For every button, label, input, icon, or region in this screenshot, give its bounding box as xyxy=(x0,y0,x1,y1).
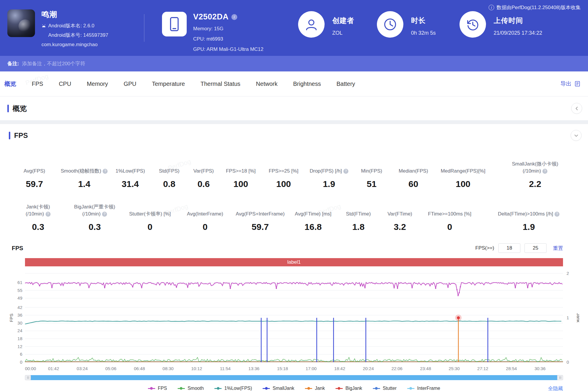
fps-threshold-high-input[interactable] xyxy=(524,243,547,253)
export-button[interactable]: 导出 xyxy=(560,80,581,88)
svg-text:15:18: 15:18 xyxy=(277,366,288,371)
tab-cpu[interactable]: CPU xyxy=(59,81,71,87)
scrollbar-right-handle[interactable] xyxy=(557,375,563,380)
stat-cell: Stutter(卡顿率) [%]0 xyxy=(122,203,178,232)
stat-value: 0.3 xyxy=(88,222,101,232)
stat-label: (/10min) ? xyxy=(26,210,50,218)
tab-memory[interactable]: Memory xyxy=(87,81,108,87)
android-icon xyxy=(41,24,46,28)
tab-fps[interactable]: FPS xyxy=(32,81,43,87)
stat-label: Stutter(卡顿率) [%] xyxy=(129,210,171,218)
svg-text:0: 0 xyxy=(20,360,22,365)
tab-bar: 概览FPSCPUMemoryGPUTemperatureThermal Stat… xyxy=(0,71,588,96)
legend-item-interframe[interactable]: InterFrame xyxy=(407,386,440,391)
svg-text:0: 0 xyxy=(567,360,569,365)
fps-chart-controls: FPS FPS(>=) 重置 xyxy=(9,243,579,253)
stat-cell: Drop(FPS) [/h] ?1.9 xyxy=(306,161,352,189)
help-icon[interactable]: ? xyxy=(46,212,51,217)
section-accent-bar xyxy=(7,105,9,112)
stat-cell: FPS>=18 [%]100 xyxy=(221,161,261,189)
note-input[interactable]: 备注: 添加备注，不超过200个字符 xyxy=(0,56,588,71)
legend-item-fps[interactable]: FPS xyxy=(148,386,167,391)
svg-text:03:24: 03:24 xyxy=(77,366,88,371)
android-version: Android版本名: 2.6.0 xyxy=(48,22,94,29)
fps-threshold-label: FPS(>=) xyxy=(475,245,494,251)
legend-item-smooth[interactable]: Smooth xyxy=(178,386,204,391)
stat-value: 1.9 xyxy=(323,179,335,189)
fps-collapse-button[interactable] xyxy=(571,130,582,141)
legend-item-smalljank[interactable]: SmallJank xyxy=(263,386,294,391)
stat-cell: Smooth(稳帧指数) ?1.4 xyxy=(60,161,108,189)
chart-legend-items: FPSSmooth1%Low(FPS)SmallJankJankBigJankS… xyxy=(148,386,440,391)
svg-text:06:48: 06:48 xyxy=(134,366,145,371)
scrollbar-left-handle[interactable] xyxy=(25,375,31,380)
help-icon[interactable]: ? xyxy=(343,169,348,174)
reset-link[interactable]: 重置 xyxy=(553,245,563,252)
tab-gpu[interactable]: GPU xyxy=(123,81,136,87)
header-divider xyxy=(144,14,144,42)
stat-value: 31.4 xyxy=(122,179,139,189)
legend-swatch xyxy=(178,388,185,389)
help-icon[interactable]: ? xyxy=(554,212,559,217)
svg-text:18: 18 xyxy=(17,336,22,341)
svg-text:00:00: 00:00 xyxy=(25,366,36,371)
legend-item-jank[interactable]: Jank xyxy=(305,386,325,391)
legend-label: BigJank xyxy=(345,386,362,391)
svg-text:FPS: FPS xyxy=(9,313,14,322)
stat-value: 51 xyxy=(367,179,376,189)
overview-collapse-button[interactable] xyxy=(571,103,582,114)
legend-item-stutter[interactable]: Stutter xyxy=(373,386,397,391)
svg-text:36: 36 xyxy=(17,313,22,318)
stat-label: 1%Low(FPS) xyxy=(116,168,145,175)
fps-chart-svg[interactable]: 0612182430364249556101200:0001:4203:2405… xyxy=(9,270,579,373)
stat-value: 3.2 xyxy=(394,222,406,232)
svg-text:1: 1 xyxy=(567,315,569,320)
overview-title: 概览 xyxy=(13,104,27,113)
fps-section-header: FPS xyxy=(9,131,579,141)
data-source-text: 数据由PerfDog(11.2.250408)版本收集 xyxy=(497,4,581,11)
stat-value: 1.8 xyxy=(352,222,365,232)
tab-thermal-status[interactable]: Thermal Status xyxy=(201,81,240,87)
tab-概览[interactable]: 概览 xyxy=(4,80,16,88)
device-memory: Memory: 15G xyxy=(193,26,263,32)
chart-scrollbar[interactable] xyxy=(25,375,563,380)
svg-text:12: 12 xyxy=(17,344,22,349)
svg-text:55: 55 xyxy=(17,288,22,293)
help-icon[interactable]: ? xyxy=(102,212,107,217)
device-info-icon[interactable]: i xyxy=(231,14,237,20)
help-icon[interactable]: ? xyxy=(542,169,547,174)
svg-text:2: 2 xyxy=(567,271,569,276)
legend-item-1-low-fps-[interactable]: 1%Low(FPS) xyxy=(214,386,252,391)
help-icon[interactable]: ? xyxy=(103,169,108,174)
svg-text:24: 24 xyxy=(17,328,22,333)
svg-text:61: 61 xyxy=(17,280,22,285)
legend-item-bigjank[interactable]: BigJank xyxy=(335,386,362,391)
svg-text:23:48: 23:48 xyxy=(420,366,431,371)
stat-value: 0 xyxy=(447,222,452,232)
fps-threshold-low-input[interactable] xyxy=(498,243,520,253)
duration-info: 时长 0h 32m 5s xyxy=(377,11,436,38)
hide-all-link[interactable]: 全隐藏 xyxy=(548,385,563,391)
note-label: 备注: xyxy=(7,60,19,67)
svg-text:05:06: 05:06 xyxy=(105,366,116,371)
tab-network[interactable]: Network xyxy=(256,81,278,87)
svg-text:01:42: 01:42 xyxy=(48,366,59,371)
stat-label: Delta(FTime)>100ms [/h] ? xyxy=(498,210,560,218)
scrollbar-track[interactable] xyxy=(31,375,557,380)
stat-value: 100 xyxy=(233,179,248,189)
stat-label: SmallJank(微小卡顿) xyxy=(512,161,558,168)
chevron-down-icon xyxy=(574,133,579,138)
legend-label: Stutter xyxy=(383,386,397,391)
clock-icon xyxy=(377,11,403,38)
stat-value: 100 xyxy=(276,179,291,189)
svg-text:08:30: 08:30 xyxy=(163,366,174,371)
tab-brightness[interactable]: Brightness xyxy=(293,81,321,87)
legend-swatch xyxy=(407,388,415,389)
svg-text:6: 6 xyxy=(20,352,22,357)
stat-cell: Median(FPS)60 xyxy=(392,161,435,189)
tab-temperature[interactable]: Temperature xyxy=(152,81,185,87)
chart-region-label[interactable]: label1 xyxy=(25,258,563,266)
tab-battery[interactable]: Battery xyxy=(336,81,355,87)
creator-value: ZOL xyxy=(332,30,354,36)
svg-text:42: 42 xyxy=(17,305,22,310)
